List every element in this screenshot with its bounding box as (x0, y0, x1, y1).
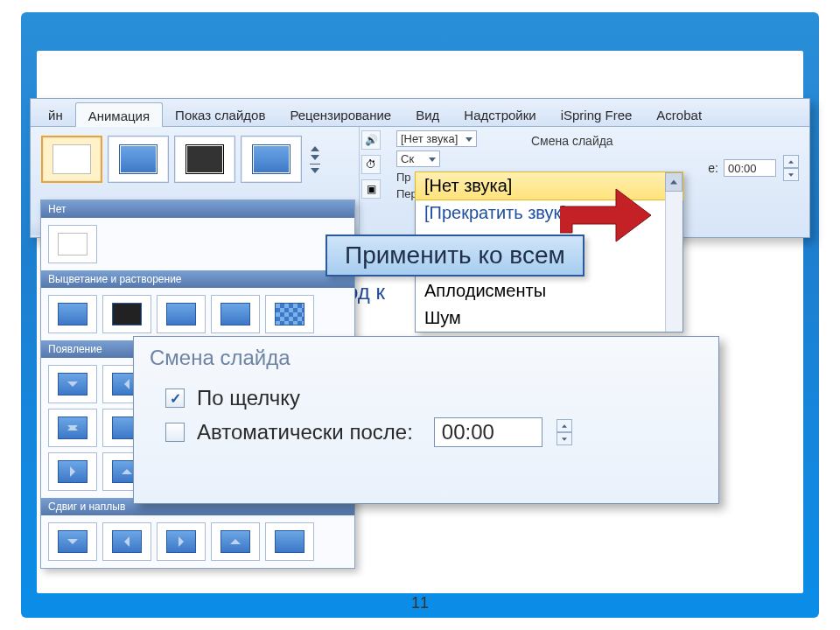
gallery-thumb-fade-3[interactable] (157, 295, 206, 333)
ribbon-tab-addins[interactable]: Надстройки (452, 102, 548, 126)
transition-thumb-fadeblack[interactable] (174, 136, 235, 183)
after-time-spinner-small[interactable] (783, 155, 799, 181)
gallery-thumb-cover-2[interactable] (102, 522, 151, 561)
ribbon-mini-button-col: 🔊 ⏱ ▣ (360, 127, 384, 237)
gallery-thumb-cover-3[interactable] (157, 522, 206, 561)
sound-item-noise[interactable]: Шум (416, 304, 682, 332)
advance-popup-header: Смена слайда (150, 346, 703, 370)
apply-to-all-callout: Применить ко всем (326, 234, 584, 276)
ribbon-tab-design[interactable]: йн (36, 102, 75, 126)
after-label-fragment: е: (708, 161, 718, 175)
auto-after-label: Автоматически после: (197, 420, 413, 444)
ribbon-tab-review[interactable]: Рецензирование (277, 102, 403, 126)
gallery-thumb-fade-5[interactable] (265, 295, 314, 333)
gallery-section-none: Нет (41, 200, 354, 218)
gallery-thumb-fade-4[interactable] (211, 295, 260, 333)
ribbon-tab-animation[interactable]: Анимация (75, 102, 163, 127)
gallery-thumb-wipe-11[interactable] (48, 452, 97, 491)
spinner-down-icon[interactable] (556, 432, 572, 445)
auto-after-spinner[interactable] (556, 419, 572, 445)
ribbon-tab-ispring[interactable]: iSpring Free (549, 102, 645, 126)
gallery-thumb-cover-5[interactable] (265, 522, 314, 561)
transition-thumb-fade[interactable] (108, 136, 169, 183)
apply-all-label-fragment: Пр (396, 171, 411, 184)
auto-after-time-input[interactable]: 00:00 (434, 417, 542, 447)
speed-field-row: Ск (396, 150, 508, 167)
on-click-checkbox[interactable] (165, 388, 185, 408)
gallery-thumb-wipe-1[interactable] (48, 365, 97, 403)
sound-item-applause[interactable]: Аплодисменты (416, 277, 682, 304)
speed-icon[interactable]: ⏱ (361, 155, 381, 174)
sound-scroll-up[interactable] (665, 172, 682, 192)
auto-after-checkbox[interactable] (165, 423, 185, 442)
gallery-thumb-fade-1[interactable] (48, 295, 97, 333)
speed-combobox[interactable]: Ск (396, 150, 440, 167)
transition-gallery (38, 132, 352, 186)
advance-slide-popup: Смена слайда По щелчку Автоматически пос… (133, 336, 719, 504)
ribbon-tabstrip: йн Анимация Показ слайдов Рецензирование… (31, 99, 809, 127)
sound-field-row: [Нет звука] (396, 130, 508, 147)
gallery-thumb-wipe-6[interactable] (48, 409, 97, 447)
callout-text: Применить ко всем (345, 242, 565, 269)
spinner-up-icon[interactable] (556, 419, 572, 432)
auto-after-row[interactable]: Автоматически после: 00:00 (165, 417, 703, 447)
advance-header-small: Смена слайда (531, 134, 799, 148)
ribbon-tab-slideshow[interactable]: Показ слайдов (163, 102, 277, 126)
on-click-row[interactable]: По щелчку (165, 386, 703, 410)
sound-scrollbar[interactable] (665, 172, 682, 332)
gallery-more-button[interactable] (307, 136, 323, 183)
after-time-input-small[interactable]: 00:00 (724, 159, 776, 177)
gallery-thumb-cover-4[interactable] (211, 522, 260, 561)
transition-thumb-none[interactable] (41, 136, 102, 183)
gallery-thumb-cover-1[interactable] (48, 522, 97, 561)
ribbon-tab-view[interactable]: Вид (403, 102, 452, 126)
sound-icon[interactable]: 🔊 (361, 130, 381, 150)
on-click-label: По щелчку (197, 386, 300, 410)
page-number: 11 (0, 594, 840, 612)
gallery-section-fade: Выцветание и растворение (41, 270, 354, 288)
svg-marker-0 (560, 189, 651, 242)
gallery-thumb-none[interactable] (48, 225, 97, 263)
slide-title: Переходы слайдов (21, 61, 819, 103)
sound-combobox[interactable]: [Нет звука] (396, 130, 477, 147)
transition-thumb-cut[interactable] (241, 136, 302, 183)
gallery-thumb-fade-2[interactable] (102, 295, 151, 333)
ribbon-tab-acrobat[interactable]: Acrobat (644, 102, 714, 126)
apply-all-icon[interactable]: ▣ (361, 179, 381, 199)
